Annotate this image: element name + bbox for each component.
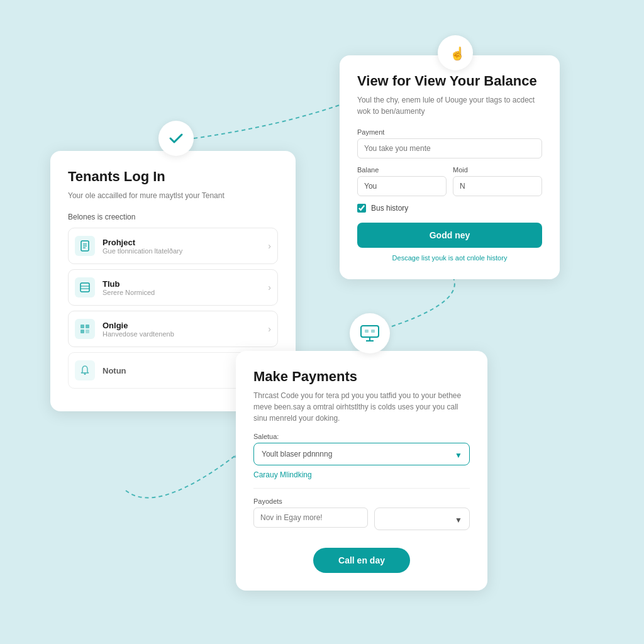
grid-icon <box>79 323 91 335</box>
list-icon-tlub <box>75 277 95 297</box>
svg-rect-5 <box>365 330 369 333</box>
balance-input[interactable] <box>357 176 447 196</box>
balance-card: View for View Your Balance Youl the chy,… <box>340 55 560 279</box>
svg-rect-14 <box>80 325 84 328</box>
list-text-tlub: Tlub Serere Normiced <box>103 279 268 296</box>
checkmark-badge <box>158 121 194 156</box>
payodet-select[interactable] <box>374 508 470 530</box>
balance-label: Balane <box>357 166 447 174</box>
select-input[interactable]: Yoult blaser pdnnnng <box>253 443 470 465</box>
payments-title: Make Payments <box>253 369 470 385</box>
svg-rect-11 <box>80 283 89 292</box>
call-en-day-button[interactable]: Call en day <box>313 548 410 573</box>
select-label: Saletua: <box>253 433 470 440</box>
login-subtitle: Your ole accailled for mure maytlst your… <box>68 190 278 201</box>
pointer-badge: ☝ <box>438 35 473 70</box>
payodet-input[interactable] <box>253 508 368 528</box>
svg-rect-2 <box>361 326 379 337</box>
monitor-badge <box>350 313 390 353</box>
balance-link[interactable]: Descage list youk is aot cnlole history <box>357 254 542 262</box>
monitor-icon <box>360 323 380 343</box>
moid-input[interactable] <box>453 176 542 196</box>
bell-icon <box>79 365 91 376</box>
document-icon <box>79 240 91 252</box>
checkmark-icon <box>167 130 185 147</box>
list-item-onlgie[interactable]: Onlgie Hanvedose vardtenenb › <box>68 311 278 347</box>
list-text-prohject: Prohject Gue tlonnication ltatelðary <box>103 238 268 255</box>
chevron-icon-2: › <box>268 324 271 334</box>
payments-subtitle: Thrcast Code you for tera pd you you tat… <box>253 390 470 424</box>
svg-rect-16 <box>80 330 84 333</box>
svg-rect-6 <box>371 330 375 333</box>
chevron-icon-1: › <box>268 282 271 292</box>
payment-input[interactable] <box>357 138 542 158</box>
svg-rect-17 <box>86 330 89 333</box>
chevron-icon-0: › <box>268 241 271 251</box>
select-link[interactable]: Carauy Mlindking <box>253 470 470 479</box>
svg-rect-15 <box>86 325 89 328</box>
balance-title: View for View Your Balance <box>357 73 542 89</box>
moid-label: Moid <box>453 166 542 174</box>
bus-history-checkbox[interactable] <box>357 204 366 213</box>
svg-text:☝: ☝ <box>450 46 464 61</box>
list-icon-onlgie <box>75 319 95 339</box>
list-text-onlgie: Onlgie Hanvedose vardtenenb <box>103 321 268 338</box>
balance-subtitle: Youl the chy, enem lule of Uouge your tl… <box>357 94 542 117</box>
list-item-tlub[interactable]: Tlub Serere Normiced › <box>68 269 278 306</box>
login-title: Tenants Log In <box>68 169 278 185</box>
godd-ney-button[interactable]: Godd ney <box>357 223 542 248</box>
select-wrap: Yoult blaser pdnnnng ▼ <box>253 443 470 468</box>
pointer-icon: ☝ <box>447 44 464 62</box>
payment-label: Payment <box>357 128 542 136</box>
list-rows-icon <box>79 282 91 293</box>
list-icon-prohject <box>75 236 95 256</box>
payments-card: Make Payments Thrcast Code you for tera … <box>236 351 487 591</box>
login-section-label: Belones is creection <box>68 213 278 221</box>
list-item-prohject[interactable]: Prohject Gue tlonnication ltatelðary › <box>68 228 278 264</box>
list-icon-notun <box>75 360 95 380</box>
payodet-label: Payodets <box>253 497 470 505</box>
checkbox-label: Bus history <box>371 204 408 213</box>
